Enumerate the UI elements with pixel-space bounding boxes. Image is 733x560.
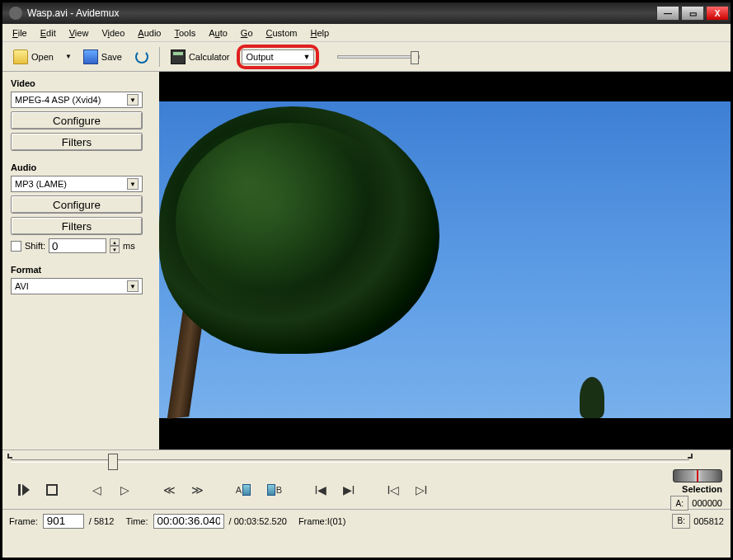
slider-thumb[interactable] xyxy=(411,51,419,64)
spin-down-icon[interactable]: ▼ xyxy=(110,246,120,253)
menu-tools[interactable]: Tools xyxy=(167,26,202,40)
time-total: / 00:03:52.520 xyxy=(229,516,287,526)
prev-keyframe-button[interactable]: ≪ xyxy=(156,478,182,502)
audio-configure-button[interactable]: Configure xyxy=(11,195,143,214)
audio-codec-value: MP3 (LAME) xyxy=(15,179,67,189)
set-marker-a-button[interactable]: A xyxy=(228,478,258,502)
side-panel: Video MPEG-4 ASP (Xvid4) ▼ Configure Fil… xyxy=(2,72,159,449)
prev-frame-button[interactable]: ◁ xyxy=(83,478,110,502)
chevron-down-icon: ▼ xyxy=(127,178,139,190)
preview-tree xyxy=(151,106,464,418)
audio-section-label: Audio xyxy=(11,162,151,172)
shift-input[interactable] xyxy=(49,238,106,253)
spin-up-icon[interactable]: ▲ xyxy=(110,238,120,246)
menu-go[interactable]: Go xyxy=(234,26,260,40)
menu-custom[interactable]: Custom xyxy=(260,26,304,40)
frame-type: Frame:I(01) xyxy=(298,516,345,526)
next-black-button[interactable]: ▷I xyxy=(408,478,435,502)
video-section-label: Video xyxy=(11,78,151,88)
menu-audio[interactable]: Audio xyxy=(131,26,167,40)
audio-filters-button[interactable]: Filters xyxy=(11,217,143,235)
toolbar: Open ▼ Save Calculator Output ▼ xyxy=(2,42,731,72)
next-frame-button[interactable]: ▷ xyxy=(111,478,138,502)
frame-input[interactable] xyxy=(43,514,84,529)
format-section-label: Format xyxy=(11,265,151,275)
save-label: Save xyxy=(101,52,122,62)
video-filters-button[interactable]: Filters xyxy=(11,133,143,151)
status-bar: Frame: / 5812 Time: / 00:03:52.520 Frame… xyxy=(2,509,731,532)
play-button[interactable] xyxy=(11,478,37,502)
calculator-label: Calculator xyxy=(189,52,230,62)
time-label: Time: xyxy=(125,516,148,526)
video-codec-select[interactable]: MPEG-4 ASP (Xvid4) ▼ xyxy=(11,92,143,108)
save-button[interactable]: Save xyxy=(78,46,128,68)
shift-spinner[interactable]: ▲ ▼ xyxy=(110,238,120,253)
stop-button[interactable] xyxy=(39,478,65,502)
titlebar: Wasp.avi - Avidemux — ▭ X xyxy=(2,2,731,24)
main-area: Video MPEG-4 ASP (Xvid4) ▼ Configure Fil… xyxy=(2,72,731,449)
disk-icon xyxy=(83,49,98,64)
goto-end-button[interactable]: ▶I xyxy=(336,478,362,502)
preview-smalltree xyxy=(580,377,604,418)
open-label: Open xyxy=(31,52,54,62)
prev-black-button[interactable]: I◁ xyxy=(380,478,406,502)
format-select[interactable]: AVI ▼ xyxy=(11,278,143,294)
calculator-icon xyxy=(171,49,186,64)
video-configure-button[interactable]: Configure xyxy=(11,111,143,129)
open-dropdown[interactable]: ▼ xyxy=(61,52,76,61)
marker-b-icon xyxy=(267,484,275,496)
transport-controls: ◁ ▷ ≪ ≫ A B I◀ ▶I I◁ ▷I Selection A: 000… xyxy=(2,471,731,509)
timeline-thumb[interactable] xyxy=(108,454,118,470)
maximize-button[interactable]: ▭ xyxy=(681,6,704,21)
selection-a-value: 000000 xyxy=(692,498,722,508)
mark-end-icon xyxy=(688,454,693,459)
selection-label: Selection xyxy=(682,484,722,494)
set-marker-b-button[interactable]: B xyxy=(260,478,289,502)
open-button[interactable]: Open xyxy=(7,46,59,68)
video-preview xyxy=(159,72,731,449)
window-title: Wasp.avi - Avidemux xyxy=(27,7,655,19)
separator xyxy=(159,47,160,67)
refresh-button[interactable] xyxy=(129,47,154,67)
calculator-button[interactable]: Calculator xyxy=(165,46,236,68)
output-dropdown[interactable]: Output ▼ xyxy=(242,49,314,64)
output-highlight: Output ▼ xyxy=(237,45,319,69)
folder-icon xyxy=(13,49,28,64)
app-icon xyxy=(9,7,22,20)
marker-a-icon xyxy=(242,484,251,496)
time-input[interactable] xyxy=(153,514,224,529)
svg-marker-1 xyxy=(22,484,30,496)
svg-rect-0 xyxy=(18,484,21,496)
audio-shift-row: Shift: ▲ ▼ ms xyxy=(11,238,151,253)
frame-label: Frame: xyxy=(9,516,38,526)
goto-a-button[interactable]: A: xyxy=(670,496,688,511)
chevron-down-icon: ▼ xyxy=(127,280,139,292)
timeline-track[interactable] xyxy=(11,459,689,463)
menu-help[interactable]: Help xyxy=(303,26,336,40)
shift-unit: ms xyxy=(123,241,135,251)
mark-start-icon xyxy=(7,454,12,459)
zoom-slider[interactable] xyxy=(337,55,420,59)
dropdown-arrow-icon: ▼ xyxy=(303,53,311,61)
close-button[interactable]: X xyxy=(706,6,729,21)
goto-start-button[interactable]: I◀ xyxy=(308,478,334,502)
output-label: Output xyxy=(246,52,273,62)
zoom-slider-area xyxy=(337,55,726,59)
timeline-scrubber xyxy=(2,449,731,471)
goto-b-button[interactable]: B: xyxy=(672,514,690,529)
shift-label: Shift: xyxy=(25,241,45,251)
selection-panel: Selection A: 000000 xyxy=(670,469,722,511)
next-keyframe-button[interactable]: ≫ xyxy=(184,478,210,502)
menu-view[interactable]: View xyxy=(63,26,96,40)
audio-codec-select[interactable]: MP3 (LAME) ▼ xyxy=(11,176,143,192)
refresh-icon xyxy=(135,50,148,64)
menu-video[interactable]: Video xyxy=(95,26,131,40)
menu-edit[interactable]: Edit xyxy=(34,26,63,40)
selection-b-value: 005812 xyxy=(693,516,724,526)
menu-auto[interactable]: Auto xyxy=(202,26,234,40)
frame-total: / 5812 xyxy=(89,516,115,526)
shift-checkbox[interactable] xyxy=(11,241,21,252)
minimize-button[interactable]: — xyxy=(656,6,679,21)
menu-file[interactable]: File xyxy=(6,26,34,40)
jog-wheel[interactable] xyxy=(673,469,722,482)
